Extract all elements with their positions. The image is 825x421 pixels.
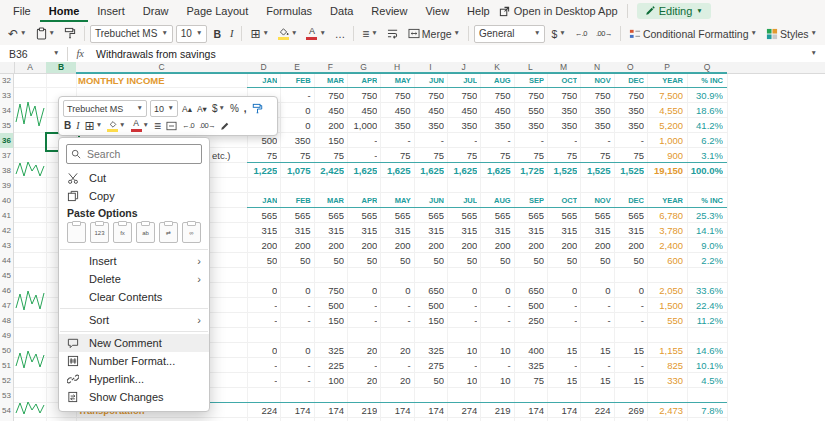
cell-G38[interactable]: 1,625	[347, 163, 377, 178]
cell-F41[interactable]: 565	[314, 208, 344, 223]
cell-F33[interactable]: 750	[314, 88, 344, 103]
cell-G46[interactable]: 0	[347, 283, 377, 298]
cell-I50[interactable]: 325	[414, 343, 444, 358]
cell-G42[interactable]: 315	[347, 223, 377, 238]
cell-O48[interactable]: -	[614, 313, 644, 328]
row-header-36[interactable]: 36	[0, 133, 14, 148]
cell-K42[interactable]: 315	[480, 223, 510, 238]
cell-J32[interactable]: JUL	[447, 73, 477, 88]
cell-J36[interactable]: -	[447, 133, 477, 148]
row-header-39[interactable]: 39	[0, 178, 14, 193]
cell-D50[interactable]: 0	[247, 343, 277, 358]
cell-Q32[interactable]: % INC	[687, 73, 723, 88]
cell-N51[interactable]: -	[580, 358, 610, 373]
cell-N43[interactable]: 200	[580, 238, 610, 253]
cell-J54[interactable]: 274	[447, 403, 477, 418]
cell-M44[interactable]: 50	[547, 253, 577, 268]
cell-N50[interactable]: 15	[580, 343, 610, 358]
cell-L48[interactable]: 250	[514, 313, 544, 328]
cell-O46[interactable]: 0	[614, 283, 644, 298]
cell-G33[interactable]: 750	[347, 88, 377, 103]
cell-O47[interactable]: -	[614, 298, 644, 313]
cell-P48[interactable]: 550	[647, 313, 683, 328]
increase-decimal-button[interactable]: .00→	[593, 28, 615, 39]
merge-button[interactable]: Merge▼	[405, 27, 463, 41]
cell-N48[interactable]: -	[580, 313, 610, 328]
cell-D40[interactable]: JAN	[247, 193, 277, 208]
row-header-51[interactable]: 51	[0, 358, 14, 373]
cell-P42[interactable]: 3,780	[647, 223, 683, 238]
cell-F54[interactable]: 174	[314, 403, 344, 418]
cell-O37[interactable]: 75	[614, 148, 644, 163]
cell-E42[interactable]: 315	[280, 223, 310, 238]
menu-item-clear-contents[interactable]: Clear Contents	[59, 288, 209, 306]
decrease-decimal-button[interactable]: ←.0	[572, 28, 590, 39]
cell-I40[interactable]: JUN	[414, 193, 444, 208]
cell-L46[interactable]: 650	[514, 283, 544, 298]
cell-M43[interactable]: 200	[547, 238, 577, 253]
cell-O40[interactable]: DEC	[614, 193, 644, 208]
cell-F51[interactable]: 225	[314, 358, 344, 373]
menu-item-insert[interactable]: Insert ›	[59, 252, 209, 270]
cell-L40[interactable]: SEP	[514, 193, 544, 208]
cell-P52[interactable]: 330	[647, 373, 683, 388]
cell-G52[interactable]: 20	[347, 373, 377, 388]
menu-tab-draw[interactable]: Draw	[134, 0, 178, 22]
cell-H54[interactable]: 174	[380, 403, 410, 418]
cell-F48[interactable]: 150	[314, 313, 344, 328]
cell-I36[interactable]: -	[414, 133, 444, 148]
cell-G34[interactable]: 450	[347, 103, 377, 118]
cell-I43[interactable]: 200	[414, 238, 444, 253]
cell-E34[interactable]: 0	[280, 103, 310, 118]
menu-item-cut[interactable]: Cut	[59, 169, 209, 187]
cell-D44[interactable]: 50	[247, 253, 277, 268]
cell-J35[interactable]: 350	[447, 118, 477, 133]
borders-button[interactable]: ⊞▼	[247, 27, 272, 41]
cell-N37[interactable]: 75	[580, 148, 610, 163]
cell-G41[interactable]: 565	[347, 208, 377, 223]
cell-D54[interactable]: 224	[247, 403, 277, 418]
cell-K37[interactable]: 75	[480, 148, 510, 163]
cell-I41[interactable]: 565	[414, 208, 444, 223]
mini-percent-button[interactable]: %	[229, 103, 240, 114]
cell-H51[interactable]: -	[380, 358, 410, 373]
cell-O43[interactable]: 200	[614, 238, 644, 253]
row-header-48[interactable]: 48	[0, 313, 14, 328]
cell-F47[interactable]: 500	[314, 298, 344, 313]
cell-K51[interactable]: -	[480, 358, 510, 373]
cell-Q43[interactable]: 9.0%	[687, 238, 723, 253]
cell-I54[interactable]: 174	[414, 403, 444, 418]
paste-values-icon[interactable]: 123	[90, 222, 109, 243]
cell-P34[interactable]: 4,550	[647, 103, 683, 118]
mini-comma-style-button[interactable]: ,	[243, 103, 248, 114]
cell-N38[interactable]: 1,525	[580, 163, 610, 178]
cell-H44[interactable]: 50	[380, 253, 410, 268]
cell-J37[interactable]: 75	[447, 148, 477, 163]
cell-K40[interactable]: AUG	[480, 193, 510, 208]
row-header-40[interactable]: 40	[0, 193, 14, 208]
cell-P40[interactable]: YEAR	[647, 193, 683, 208]
cell-E40[interactable]: FEB	[280, 193, 310, 208]
cell-J47[interactable]: -	[447, 298, 477, 313]
cell-D32[interactable]: JAN	[247, 73, 277, 88]
cell-O51[interactable]: -	[614, 358, 644, 373]
cell-E33[interactable]: -	[280, 88, 310, 103]
cell-K46[interactable]: 0	[480, 283, 510, 298]
formula-bar-expand-icon[interactable]: ▼	[811, 50, 817, 57]
cell-E37[interactable]: 75	[280, 148, 310, 163]
cell-D43[interactable]: 200	[247, 238, 277, 253]
cell-K47[interactable]: -	[480, 298, 510, 313]
cell-N41[interactable]: 565	[580, 208, 610, 223]
row-header-46[interactable]: 46	[0, 283, 14, 298]
cell-J41[interactable]: 565	[447, 208, 477, 223]
paste-transpose-icon[interactable]: ⇄	[159, 222, 178, 243]
cell-N52[interactable]: 15	[580, 373, 610, 388]
cell-J48[interactable]: -	[447, 313, 477, 328]
cell-O42[interactable]: 315	[614, 223, 644, 238]
cell-D41[interactable]: 565	[247, 208, 277, 223]
menu-search-box[interactable]	[66, 144, 202, 164]
row-header-33[interactable]: 33	[0, 88, 14, 103]
cell-I46[interactable]: 650	[414, 283, 444, 298]
cell-G43[interactable]: 200	[347, 238, 377, 253]
cell-F42[interactable]: 315	[314, 223, 344, 238]
